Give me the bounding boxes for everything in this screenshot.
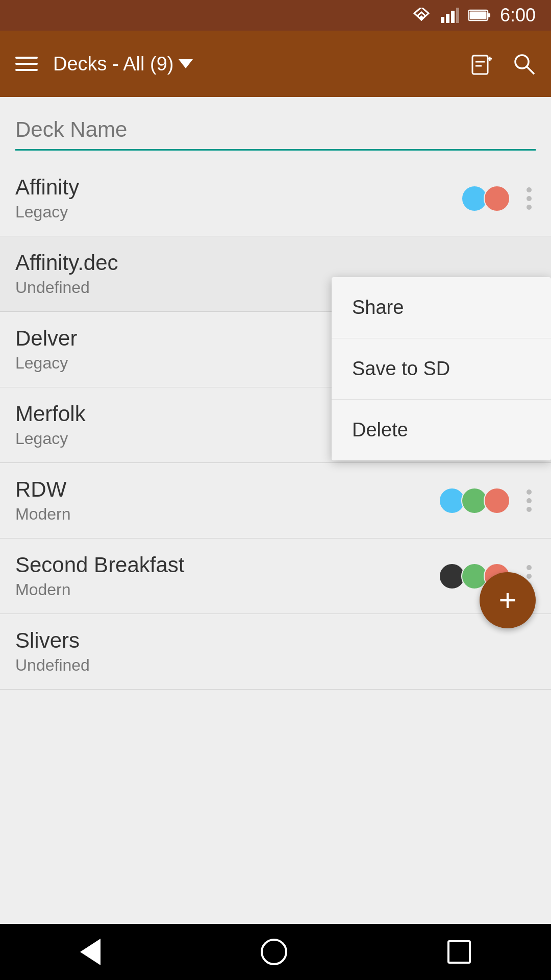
deck-item: Affinity.dec Undefined Share Save to SD … bbox=[0, 236, 551, 312]
nav-recents-button[interactable] bbox=[447, 940, 471, 964]
deck-name: Second Breakfast bbox=[15, 553, 185, 577]
deck-item: Slivers Undefined bbox=[0, 614, 551, 690]
status-time: 6:00 bbox=[500, 5, 536, 26]
deck-item-info: Slivers Undefined bbox=[15, 628, 90, 675]
deck-name-input[interactable] bbox=[15, 112, 536, 151]
main-content: Affinity Legacy Affinity.dec Undefined bbox=[0, 97, 551, 690]
deck-format: Legacy bbox=[15, 354, 77, 373]
deck-item-info: Second Breakfast Modern bbox=[15, 553, 185, 599]
more-options-button[interactable] bbox=[522, 485, 536, 516]
context-menu-save-to-sd-label: Save to SD bbox=[352, 358, 450, 379]
deck-name-header bbox=[0, 97, 551, 151]
deck-name: Affinity.dec bbox=[15, 251, 118, 275]
deck-item: RDW Modern bbox=[0, 463, 551, 538]
nav-back-icon bbox=[80, 939, 101, 965]
more-dot bbox=[527, 574, 532, 579]
context-menu-share[interactable]: Share bbox=[332, 277, 551, 338]
context-menu-share-label: Share bbox=[352, 297, 404, 318]
svg-line-13 bbox=[527, 67, 534, 74]
deck-format: Undefined bbox=[15, 278, 118, 297]
deck-name: Delver bbox=[15, 326, 77, 351]
more-dot bbox=[527, 565, 532, 570]
more-dot bbox=[527, 507, 532, 512]
more-options-button[interactable] bbox=[522, 183, 536, 214]
nav-home-icon bbox=[261, 939, 287, 965]
more-dot bbox=[527, 489, 532, 495]
deck-format: Legacy bbox=[15, 429, 86, 448]
context-menu: Share Save to SD Delete bbox=[332, 277, 551, 460]
deck-format: Modern bbox=[15, 580, 185, 599]
add-deck-button[interactable] bbox=[469, 52, 494, 76]
toolbar: Decks - All (9) bbox=[0, 31, 551, 97]
deck-item-info: Delver Legacy bbox=[15, 326, 77, 373]
deck-name: RDW bbox=[15, 477, 71, 502]
deck-item-info: Merfolk Legacy bbox=[15, 402, 86, 448]
add-deck-fab[interactable]: + bbox=[480, 572, 536, 628]
svg-rect-1 bbox=[446, 14, 449, 23]
deck-item-right bbox=[461, 183, 536, 214]
deck-item: Affinity Legacy bbox=[0, 161, 551, 236]
deck-item-right bbox=[439, 485, 536, 516]
deck-name: Affinity bbox=[15, 175, 79, 200]
toolbar-title-text: Decks - All (9) bbox=[53, 53, 173, 75]
battery-icon bbox=[468, 9, 491, 21]
more-dot bbox=[527, 498, 532, 503]
context-menu-delete-label: Delete bbox=[352, 419, 408, 440]
toolbar-actions bbox=[469, 52, 536, 76]
context-menu-save-to-sd[interactable]: Save to SD bbox=[332, 338, 551, 400]
svg-rect-5 bbox=[488, 13, 490, 17]
more-dot bbox=[527, 205, 532, 210]
deck-item-info: Affinity.dec Undefined bbox=[15, 251, 118, 297]
deck-format: Modern bbox=[15, 505, 71, 524]
color-dots bbox=[439, 487, 510, 514]
color-dots bbox=[461, 185, 510, 212]
deck-item-info: Affinity Legacy bbox=[15, 175, 79, 222]
nav-recents-icon bbox=[447, 940, 471, 964]
deck-name: Merfolk bbox=[15, 402, 86, 426]
deck-format: Legacy bbox=[15, 203, 79, 222]
color-dot-orange bbox=[484, 487, 510, 514]
menu-button[interactable] bbox=[15, 57, 38, 71]
nav-home-button[interactable] bbox=[261, 939, 287, 965]
signal-icon bbox=[441, 8, 459, 23]
fab-plus-icon: + bbox=[498, 585, 516, 616]
deck-format: Undefined bbox=[15, 656, 90, 675]
status-bar: 6:00 bbox=[0, 0, 551, 31]
svg-rect-0 bbox=[441, 17, 444, 23]
chevron-down-icon bbox=[179, 59, 193, 68]
color-dot-orange bbox=[484, 185, 510, 212]
svg-rect-3 bbox=[456, 8, 459, 23]
context-menu-delete[interactable]: Delete bbox=[332, 400, 551, 460]
more-dot bbox=[527, 196, 532, 201]
svg-rect-6 bbox=[469, 12, 486, 19]
deck-list: Affinity Legacy Affinity.dec Undefined bbox=[0, 161, 551, 690]
svg-rect-2 bbox=[451, 11, 455, 23]
deck-item-info: RDW Modern bbox=[15, 477, 71, 524]
deck-item: Second Breakfast Modern bbox=[0, 538, 551, 614]
more-dot bbox=[527, 187, 532, 192]
wifi-icon bbox=[411, 8, 432, 23]
search-button[interactable] bbox=[512, 52, 536, 76]
svg-point-12 bbox=[515, 55, 529, 68]
nav-back-button[interactable] bbox=[80, 939, 101, 965]
status-icons: 6:00 bbox=[411, 5, 536, 26]
deck-name: Slivers bbox=[15, 628, 90, 653]
toolbar-title[interactable]: Decks - All (9) bbox=[53, 53, 454, 75]
svg-rect-7 bbox=[472, 56, 488, 74]
nav-bar bbox=[0, 924, 551, 980]
